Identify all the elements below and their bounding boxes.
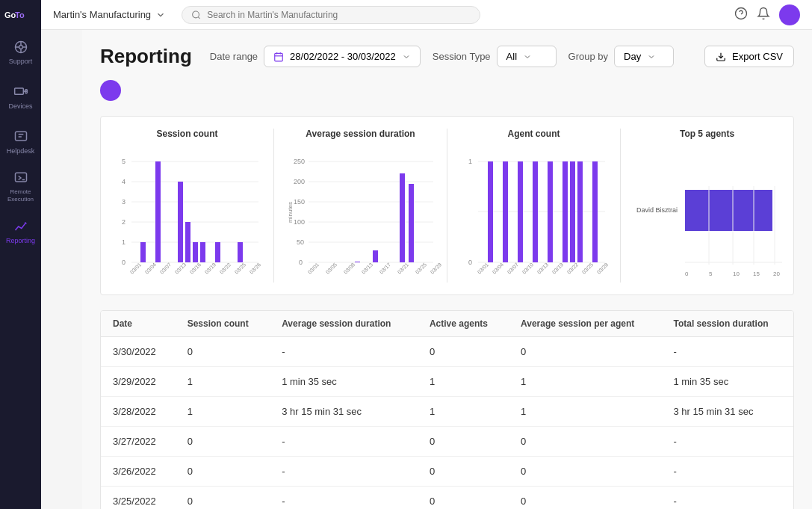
cell-date: 3/30/2022 — [101, 337, 176, 367]
sidebar-item-helpdesk-label: Helpdesk — [7, 147, 35, 155]
svg-text:03/13: 03/13 — [174, 262, 187, 274]
sidebar: Go To Resolve Support Devices Helpdesk — [0, 0, 41, 509]
svg-text:0: 0 — [468, 259, 472, 266]
svg-text:03/26: 03/26 — [249, 262, 261, 274]
group-by-label: Group by — [568, 51, 608, 62]
svg-text:To: To — [15, 10, 25, 19]
cell-date: 3/27/2022 — [101, 427, 176, 457]
cell-avg-duration: - — [270, 487, 418, 510]
agent-label: David Bisztrai — [636, 206, 678, 214]
svg-rect-115 — [548, 161, 553, 262]
sidebar-item-support-label: Support — [9, 58, 33, 65]
svg-rect-48 — [193, 242, 198, 262]
col-active-agents: Active agents — [418, 311, 509, 337]
date-range-filter: Date range 28/02/2022 - 30/03/2022 — [210, 46, 421, 67]
company-selector[interactable]: Martin's Manufacturing — [53, 9, 173, 20]
cell-date: 3/29/2022 — [101, 367, 176, 397]
data-table: Date Session count Average session durat… — [100, 310, 794, 509]
cell-date: 3/25/2022 — [101, 487, 176, 510]
charts-area: Session count 0 1 2 3 4 5 — [100, 116, 794, 295]
svg-text:03/22: 03/22 — [566, 262, 579, 274]
cell-session-count: 0 — [176, 427, 270, 457]
svg-text:03/28: 03/28 — [596, 262, 609, 274]
svg-text:03/01: 03/01 — [477, 262, 489, 274]
svg-text:1: 1 — [468, 158, 472, 165]
svg-text:5: 5 — [709, 271, 713, 277]
cell-active-agents: 1 — [418, 397, 509, 427]
svg-text:03/19: 03/19 — [551, 262, 564, 274]
cell-avg-duration: - — [270, 457, 418, 487]
help-icon[interactable] — [734, 7, 748, 23]
svg-text:0: 0 — [685, 271, 689, 277]
sidebar-item-devices[interactable]: Devices — [0, 75, 41, 120]
svg-rect-47 — [185, 222, 190, 262]
cell-avg-duration: - — [270, 337, 418, 367]
svg-text:0: 0 — [122, 259, 125, 266]
svg-line-20 — [198, 16, 199, 18]
cell-active-agents: 0 — [418, 487, 509, 510]
session-type-select[interactable]: All — [497, 46, 557, 67]
cell-avg-per-agent: 1 — [509, 367, 661, 397]
top5-agents-chart-container: David Bisztrai 0 5 10 15 20 — [633, 145, 781, 283]
svg-text:15: 15 — [753, 271, 760, 277]
export-csv-button[interactable]: Export CSV — [704, 46, 794, 67]
session-count-title: Session count — [156, 129, 217, 139]
table-row: 3/27/2022 0 - 0 0 - — [101, 427, 793, 457]
cell-avg-per-agent: 0 — [509, 487, 661, 510]
svg-text:03/04: 03/04 — [144, 262, 157, 274]
chevron-down-icon — [523, 52, 532, 61]
search-icon — [191, 10, 201, 20]
topbar: Martin's Manufacturing — [41, 0, 812, 30]
svg-rect-118 — [570, 161, 575, 262]
date-range-picker[interactable]: 28/02/2022 - 30/03/2022 — [264, 46, 421, 67]
topbar-icons — [734, 4, 800, 25]
chart-divider-1 — [273, 129, 274, 283]
chart-divider-2 — [447, 129, 447, 283]
cell-active-agents: 1 — [418, 367, 509, 397]
notification-icon[interactable] — [757, 7, 770, 23]
session-type-value: All — [506, 51, 517, 62]
col-total-duration: Total session duration — [661, 311, 793, 337]
search-bar[interactable] — [182, 6, 480, 24]
sidebar-item-support[interactable]: Support — [0, 30, 41, 75]
svg-rect-113 — [533, 161, 538, 262]
sidebar-item-helpdesk[interactable]: Helpdesk — [0, 120, 41, 164]
svg-rect-90 — [409, 184, 414, 262]
group-by-select[interactable]: Day — [614, 46, 674, 67]
avatar[interactable] — [779, 4, 800, 25]
col-avg-per-agent: Average session per agent — [509, 311, 661, 337]
agent-count-title: Agent count — [508, 129, 560, 139]
search-input[interactable] — [207, 10, 471, 20]
svg-rect-51 — [215, 242, 220, 262]
svg-rect-107 — [488, 161, 493, 262]
calendar-icon — [273, 52, 284, 62]
app-logo: Go To Resolve — [0, 0, 41, 30]
cell-avg-per-agent: 0 — [509, 457, 661, 487]
cell-session-count: 1 — [176, 367, 270, 397]
sidebar-item-remote-execution-label: RemoteExecution — [7, 188, 34, 203]
sidebar-item-reporting[interactable]: Reporting — [0, 209, 41, 254]
table-row: 3/28/2022 1 3 hr 15 min 31 sec 1 1 3 hr … — [101, 397, 793, 427]
svg-text:250: 250 — [294, 158, 305, 165]
svg-rect-12 — [15, 132, 26, 141]
svg-text:1: 1 — [122, 238, 125, 246]
sidebar-item-remote-execution[interactable]: RemoteExecution — [0, 164, 41, 209]
svg-rect-89 — [400, 173, 405, 262]
svg-text:2: 2 — [122, 218, 125, 226]
svg-rect-9 — [14, 88, 23, 94]
avg-duration-chart-container: minutes 0 50 100 150 200 250 — [286, 145, 435, 283]
svg-rect-121 — [592, 161, 598, 262]
svg-text:20: 20 — [773, 271, 780, 277]
group-by-filter: Group by Day — [568, 46, 674, 67]
user-avatar-small[interactable] — [100, 80, 121, 101]
cell-total-duration: - — [661, 457, 793, 487]
session-count-chart-container: 0 1 2 3 4 5 — [113, 145, 261, 283]
svg-text:03/25: 03/25 — [234, 262, 247, 274]
cell-total-duration: - — [661, 337, 793, 367]
table-header: Date Session count Average session durat… — [101, 311, 793, 337]
svg-text:200: 200 — [294, 178, 305, 185]
cell-session-count: 0 — [176, 337, 270, 367]
session-type-label: Session Type — [433, 51, 491, 62]
svg-text:03/25: 03/25 — [581, 262, 594, 274]
svg-text:03/25: 03/25 — [415, 262, 427, 274]
